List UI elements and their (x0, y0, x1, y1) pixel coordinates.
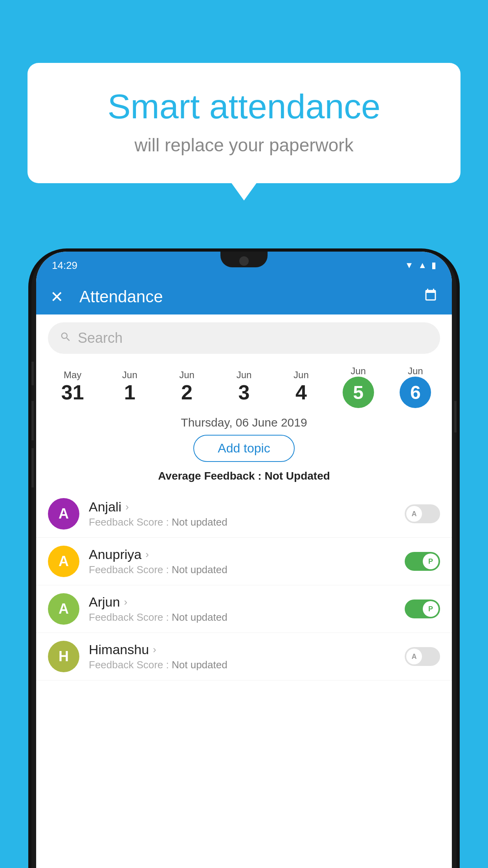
date-item[interactable]: Jun3 (215, 370, 272, 404)
signal-icon: ▲ (418, 260, 427, 270)
search-icon (60, 331, 72, 346)
student-feedback: Feedback Score : Not updated (89, 611, 395, 623)
date-month: Jun (158, 370, 215, 381)
side-btn-left1 (31, 362, 34, 385)
date-month: Jun (215, 370, 272, 381)
student-avatar: A (48, 546, 79, 577)
student-feedback: Feedback Score : Not updated (89, 659, 395, 671)
date-day: 1 (101, 381, 158, 404)
phone-frame: 14:29 ▼ ▲ ▮ ✕ Attendance S (31, 252, 457, 868)
student-item: AAnjali ›Feedback Score : Not updatedA (36, 490, 452, 538)
speech-bubble-wrapper: Smart attendance will replace your paper… (28, 63, 460, 183)
side-btn-left2 (31, 401, 34, 440)
date-month: May (44, 370, 101, 381)
avg-feedback: Average Feedback : Not Updated (36, 470, 452, 482)
student-list: AAnjali ›Feedback Score : Not updatedAAA… (36, 490, 452, 680)
notch-camera (239, 256, 249, 266)
status-bar: 14:29 ▼ ▲ ▮ (36, 252, 452, 279)
side-btn-left3 (31, 448, 34, 487)
wifi-icon: ▼ (405, 260, 413, 270)
chevron-icon: › (153, 644, 156, 656)
date-item[interactable]: Jun1 (101, 370, 158, 404)
date-item[interactable]: May31 (44, 370, 101, 404)
toggle-knob: P (423, 601, 438, 617)
chevron-icon: › (145, 548, 149, 561)
attendance-toggle[interactable]: A (405, 647, 440, 666)
status-icons: ▼ ▲ ▮ (405, 260, 436, 270)
avg-feedback-label: Average Feedback : (158, 470, 262, 482)
date-month: Jun (273, 370, 330, 381)
app-header: ✕ Attendance (36, 279, 452, 314)
status-time: 14:29 (52, 259, 77, 272)
student-info: Himanshu ›Feedback Score : Not updated (89, 642, 395, 671)
speech-bubble: Smart attendance will replace your paper… (28, 63, 460, 183)
bubble-subtitle: will replace your paperwork (59, 134, 429, 156)
date-item[interactable]: Jun5 (330, 366, 387, 408)
toggle-on[interactable]: P (405, 552, 440, 571)
chevron-icon: › (124, 596, 127, 608)
phone-screen: 14:29 ▼ ▲ ▮ ✕ Attendance S (36, 252, 452, 868)
toggle-knob: A (406, 649, 422, 664)
battery-icon: ▮ (431, 260, 436, 270)
student-item: AAnupriya ›Feedback Score : Not updatedP (36, 538, 452, 585)
date-month: Jun (330, 366, 387, 377)
student-item: AArjun ›Feedback Score : Not updatedP (36, 585, 452, 633)
calendar-icon[interactable] (424, 288, 438, 306)
date-day: 4 (273, 381, 330, 404)
student-feedback: Feedback Score : Not updated (89, 564, 395, 576)
date-day: 6 (400, 377, 431, 408)
student-info: Arjun ›Feedback Score : Not updated (89, 594, 395, 623)
student-name[interactable]: Anjali › (89, 499, 395, 515)
date-item[interactable]: Jun2 (158, 370, 215, 404)
student-avatar: H (48, 641, 79, 672)
date-day: 31 (44, 381, 101, 404)
date-day: 2 (158, 381, 215, 404)
attendance-toggle[interactable]: P (405, 552, 440, 571)
student-avatar: A (48, 498, 79, 530)
date-day: 3 (215, 381, 272, 404)
student-name[interactable]: Anupriya › (89, 547, 395, 562)
chevron-icon: › (125, 501, 129, 513)
student-avatar: A (48, 593, 79, 625)
toggle-off[interactable]: A (405, 504, 440, 523)
bubble-title: Smart attendance (59, 86, 429, 127)
attendance-toggle[interactable]: P (405, 600, 440, 618)
student-item: HHimanshu ›Feedback Score : Not updatedA (36, 633, 452, 680)
date-strip: May31Jun1Jun2Jun3Jun4Jun5Jun6 (36, 362, 452, 412)
attendance-toggle[interactable]: A (405, 504, 440, 523)
date-month: Jun (101, 370, 158, 381)
side-btn-right (454, 401, 457, 432)
student-info: Anjali ›Feedback Score : Not updated (89, 499, 395, 528)
student-feedback: Feedback Score : Not updated (89, 516, 395, 528)
search-bar[interactable]: Search (48, 322, 440, 354)
student-name[interactable]: Arjun › (89, 594, 395, 610)
close-button[interactable]: ✕ (50, 288, 64, 306)
date-item[interactable]: Jun4 (273, 370, 330, 404)
avg-feedback-value: Not Updated (264, 470, 330, 482)
toggle-on[interactable]: P (405, 600, 440, 618)
date-day: 5 (343, 377, 374, 408)
date-item[interactable]: Jun6 (387, 366, 444, 408)
toggle-off[interactable]: A (405, 647, 440, 666)
date-month: Jun (387, 366, 444, 377)
date-header: Thursday, 06 June 2019 (36, 412, 452, 435)
notch (220, 252, 268, 267)
student-info: Anupriya ›Feedback Score : Not updated (89, 547, 395, 576)
add-topic-button[interactable]: Add topic (193, 435, 294, 462)
toggle-knob: P (423, 554, 438, 569)
search-placeholder: Search (78, 330, 123, 346)
student-name[interactable]: Himanshu › (89, 642, 395, 657)
toggle-knob: A (406, 506, 422, 522)
app-title: Attendance (79, 287, 424, 306)
